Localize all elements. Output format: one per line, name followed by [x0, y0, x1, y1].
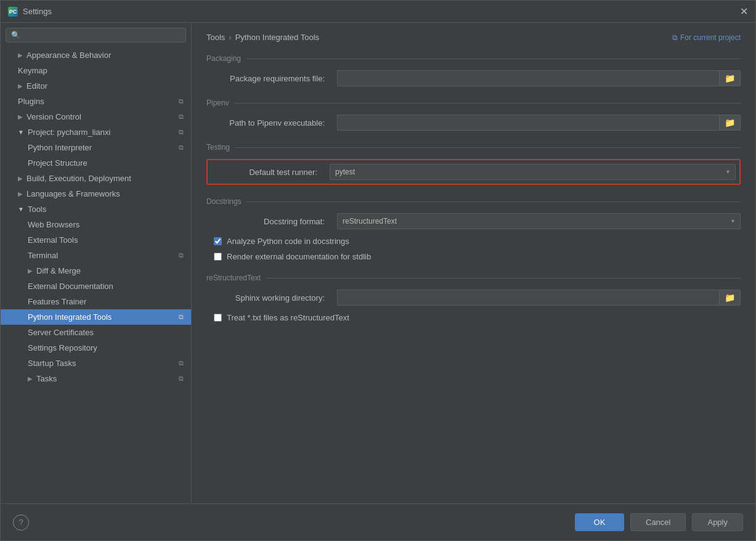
testing-section: Testing Default test runner: pytest Unit… — [206, 143, 741, 185]
arrow-icon: ▼ — [18, 129, 24, 136]
help-label: ? — [18, 518, 23, 527]
sidebar-item-external-documentation[interactable]: External Documentation — [1, 279, 191, 294]
pipenv-header: Pipenv — [206, 99, 741, 107]
sidebar-item-terminal[interactable]: Terminal ⧉ — [1, 248, 191, 263]
sidebar: 🔍 ▶ Appearance & Behavior Keymap ▶ Edito… — [1, 23, 192, 503]
default-runner-dropdown-wrapper: pytest Unittest Nosetests Twisted Trial — [330, 164, 736, 180]
sidebar-item-label: Build, Execution, Deployment — [26, 174, 131, 183]
cancel-button[interactable]: Cancel — [630, 513, 686, 531]
sidebar-item-appearance[interactable]: ▶ Appearance & Behavior — [1, 47, 191, 63]
sphinx-directory-input-group: 📁 — [337, 290, 741, 306]
docstrings-section: Docstrings Docstring format: reStructure… — [206, 197, 741, 261]
sidebar-item-project-structure[interactable]: Project Structure — [1, 155, 191, 171]
sidebar-item-label: Startup Tasks — [28, 359, 76, 368]
sidebar-item-server-certificates[interactable]: Server Certificates — [1, 325, 191, 340]
analyze-docstrings-label[interactable]: Analyze Python code in docstrings — [227, 237, 349, 246]
sidebar-item-version-control[interactable]: ▶ Version Control ⧉ — [1, 109, 191, 124]
default-test-runner-row: Default test runner: pytest Unittest Nos… — [206, 159, 741, 185]
sidebar-item-label: External Tools — [28, 235, 78, 245]
docstring-format-dropdown-wrapper: reStructuredText Epytext Google NumPy Pl… — [337, 213, 741, 229]
sidebar-item-startup-tasks[interactable]: Startup Tasks ⧉ — [1, 356, 191, 371]
ok-button[interactable]: OK — [575, 513, 624, 531]
pipenv-path-input[interactable] — [337, 115, 719, 131]
sidebar-item-label: Python Integrated Tools — [28, 312, 112, 322]
sidebar-item-tasks[interactable]: ▶ Tasks ⧉ — [1, 371, 191, 386]
docstring-format-dropdown[interactable]: reStructuredText Epytext Google NumPy Pl… — [337, 213, 741, 229]
breadcrumb: Tools › Python Integrated Tools ⧉ For cu… — [206, 33, 741, 42]
package-requirements-browse[interactable]: 📁 — [719, 70, 741, 86]
default-runner-label: Default test runner: — [211, 168, 322, 177]
title-bar-left: PC Settings — [8, 7, 52, 17]
package-requirements-input[interactable] — [337, 70, 719, 86]
sidebar-item-label: Python Interpreter — [28, 143, 92, 152]
sidebar-item-keymap[interactable]: Keymap — [1, 63, 191, 78]
main-layout: 🔍 ▶ Appearance & Behavior Keymap ▶ Edito… — [1, 23, 755, 503]
sidebar-item-label: Settings Repository — [28, 343, 97, 352]
sidebar-item-external-tools[interactable]: External Tools — [1, 232, 191, 248]
arrow-icon: ▶ — [18, 113, 23, 120]
sidebar-item-languages-frameworks[interactable]: ▶ Languages & Frameworks — [1, 186, 191, 201]
docstrings-header: Docstrings — [206, 197, 741, 206]
sidebar-item-label: External Documentation — [28, 282, 113, 291]
sidebar-item-label: Editor — [26, 81, 47, 91]
pipenv-path-label: Path to Pipenv executable: — [206, 118, 330, 128]
sidebar-item-python-interpreter[interactable]: Python Interpreter ⧉ — [1, 140, 191, 155]
sidebar-item-build-execution[interactable]: ▶ Build, Execution, Deployment — [1, 171, 191, 186]
sidebar-item-label: Version Control — [26, 112, 81, 121]
search-input[interactable] — [24, 31, 181, 39]
docstring-format-label: Docstring format: — [206, 217, 330, 226]
arrow-icon: ▶ — [28, 375, 33, 382]
pipenv-path-row: Path to Pipenv executable: 📁 — [206, 115, 741, 131]
sidebar-item-editor[interactable]: ▶ Editor — [1, 78, 191, 94]
copy-icon: ⧉ — [179, 313, 184, 321]
window-title: Settings — [23, 7, 52, 16]
sidebar-item-web-browsers[interactable]: Web Browsers — [1, 217, 191, 232]
render-documentation-checkbox[interactable] — [214, 253, 222, 261]
sidebar-item-features-trainer[interactable]: Features Trainer — [1, 294, 191, 309]
analyze-docstrings-row: Analyze Python code in docstrings — [206, 237, 741, 246]
sidebar-item-plugins[interactable]: Plugins ⧉ — [1, 94, 191, 109]
for-current-project-link[interactable]: ⧉ For current project — [672, 33, 741, 42]
sidebar-item-python-integrated-tools[interactable]: Python Integrated Tools ⧉ — [1, 309, 191, 325]
sidebar-item-label: Terminal — [28, 251, 58, 260]
packaging-header: Packaging — [206, 54, 741, 63]
treat-txt-checkbox[interactable] — [214, 314, 222, 322]
sphinx-directory-row: Sphinx working directory: 📁 — [206, 290, 741, 306]
docstring-format-row: Docstring format: reStructuredText Epyte… — [206, 213, 741, 229]
sphinx-directory-label: Sphinx working directory: — [206, 293, 330, 303]
pipenv-path-browse[interactable]: 📁 — [719, 115, 741, 131]
search-icon: 🔍 — [11, 31, 20, 39]
package-requirements-input-group: 📁 — [337, 70, 741, 86]
apply-button[interactable]: Apply — [692, 513, 743, 531]
sidebar-item-settings-repository[interactable]: Settings Repository — [1, 340, 191, 356]
sidebar-item-label: Keymap — [18, 66, 47, 75]
sidebar-item-diff-merge[interactable]: ▶ Diff & Merge — [1, 263, 191, 279]
restructuredtext-section: reStructuredText Sphinx working director… — [206, 274, 741, 322]
arrow-icon: ▶ — [18, 190, 23, 197]
treat-txt-row: Treat *.txt files as reStructuredText — [206, 313, 741, 322]
analyze-docstrings-checkbox[interactable] — [214, 237, 222, 245]
breadcrumb-separator: › — [229, 33, 231, 42]
sidebar-item-label: Server Certificates — [28, 328, 94, 337]
render-documentation-label[interactable]: Render external documentation for stdlib — [227, 252, 371, 261]
packaging-section: Packaging Package requirements file: 📁 — [206, 54, 741, 86]
sphinx-directory-input[interactable] — [337, 290, 719, 306]
search-box[interactable]: 🔍 — [6, 28, 186, 43]
pipenv-section: Pipenv Path to Pipenv executable: 📁 — [206, 99, 741, 131]
sidebar-item-project[interactable]: ▼ Project: pycharm_lianxi ⧉ — [1, 124, 191, 140]
sidebar-item-label: Project Structure — [28, 158, 87, 168]
default-runner-dropdown[interactable]: pytest Unittest Nosetests Twisted Trial — [330, 164, 736, 180]
copy-icon: ⧉ — [179, 128, 184, 136]
sidebar-item-tools[interactable]: ▼ Tools — [1, 201, 191, 217]
sidebar-item-label: Languages & Frameworks — [26, 189, 120, 198]
sphinx-directory-browse[interactable]: 📁 — [719, 290, 741, 306]
help-button[interactable]: ? — [13, 515, 29, 531]
bottom-bar: ? OK Cancel Apply — [1, 503, 755, 540]
sidebar-item-label: Diff & Merge — [36, 266, 81, 275]
treat-txt-label[interactable]: Treat *.txt files as reStructuredText — [227, 313, 349, 322]
close-button[interactable]: ✕ — [740, 6, 748, 17]
arrow-icon: ▶ — [18, 52, 23, 59]
copy-icon: ⧉ — [179, 359, 184, 367]
breadcrumb-current: Python Integrated Tools — [235, 33, 319, 42]
arrow-icon: ▶ — [28, 267, 33, 274]
